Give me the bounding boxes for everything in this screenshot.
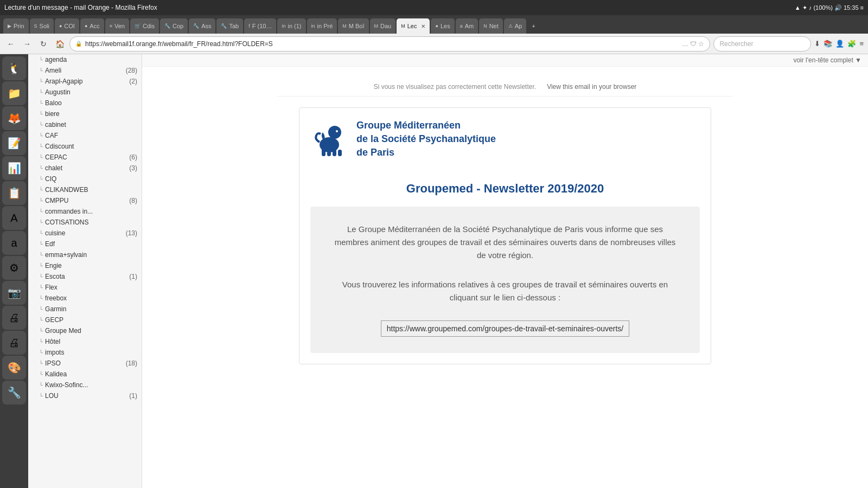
sidebar-item-arapl-agapip[interactable]: └Arapl-Agapip(2) <box>28 76 142 87</box>
sidebar-count: (8) <box>129 197 137 204</box>
sidebar-item-garmin[interactable]: └Garmin <box>28 304 142 314</box>
browser-tab-4[interactable]: ≡Ven <box>105 18 129 34</box>
search-box[interactable]: Rechercher <box>713 36 811 52</box>
browser-tab-1[interactable]: SSoli <box>30 18 54 34</box>
printer-icon[interactable]: 🖨 <box>2 331 26 355</box>
sidebar-item-augustin[interactable]: └Augustin <box>28 87 142 98</box>
reload-button[interactable]: ↻ <box>37 37 50 50</box>
sidebar-label: CLIKANDWEB <box>45 186 88 194</box>
sidebar-item-ipso[interactable]: └IPSO(18) <box>28 358 142 369</box>
sidebar-item-cmppu[interactable]: └CMPPU(8) <box>28 195 142 206</box>
browser-tab-0[interactable]: ▶Prin <box>3 18 29 34</box>
browser-tab-16[interactable]: aAm <box>456 18 478 34</box>
sidebar-label: chalet <box>45 164 62 172</box>
browser-tab-7[interactable]: 🔧Ass <box>189 18 215 34</box>
sidebar-item-chalet[interactable]: └chalet(3) <box>28 163 142 174</box>
new-tab-button[interactable]: + <box>527 18 542 34</box>
sidebar-item-ciq[interactable]: └CIQ <box>28 174 142 184</box>
tab-bar: ▶PrinSSoli●COI●Acc≡Ven🛒Cdis🔧Cop🔧Ass🔧Tabf… <box>0 15 868 34</box>
sidebar-count: (13) <box>126 229 137 237</box>
sidebar-label: Cdiscount <box>45 143 74 150</box>
newsletter-link[interactable]: https://www.groupemed.com/groupes-de-tra… <box>381 320 630 337</box>
libreoffice-writer-icon[interactable]: 📝 <box>2 131 26 155</box>
sidebar-label: Groupe Med <box>45 327 81 335</box>
sidebar-item-h-tel[interactable]: └Hôtel <box>28 336 142 347</box>
sidebar-item-kwixo-sofinc---[interactable]: └Kwixo-Sofinc... <box>28 380 142 390</box>
sidebar-item-cabinet[interactable]: └cabinet <box>28 119 142 130</box>
folder-icon: └ <box>39 306 43 312</box>
sidebar-item-lou[interactable]: └LOU(1) <box>28 390 142 401</box>
browser-tab-11[interactable]: inin Pré <box>307 18 337 34</box>
folder-icon: └ <box>39 317 43 323</box>
browser-tab-15[interactable]: ●Les <box>431 18 454 34</box>
browser-tab-5[interactable]: 🛒Cdis <box>130 18 159 34</box>
back-button[interactable]: ← <box>4 37 17 50</box>
sidebar-item-baloo[interactable]: └Baloo <box>28 98 142 108</box>
sidebar-item-ameli[interactable]: └Ameli(28) <box>28 65 142 76</box>
browser-tab-10[interactable]: inin (1) <box>277 18 305 34</box>
browser-tab-12[interactable]: MM Boî <box>338 18 368 34</box>
libreoffice-calc-icon[interactable]: 📊 <box>2 156 26 180</box>
menu-icon[interactable]: ≡ <box>859 40 864 48</box>
sidebar-item-groupe-med[interactable]: └Groupe Med <box>28 325 142 336</box>
sidebar-label: LOU <box>45 392 59 400</box>
url-text: https://webmail1f.orange.fr/webmail/fr_F… <box>85 40 679 48</box>
download-icon[interactable]: ⬇ <box>814 40 820 48</box>
sidebar-item-gecp[interactable]: └GECP <box>28 314 142 325</box>
browser-tab-18[interactable]: ⚠Ap <box>504 18 526 34</box>
system-icons: ▲ ✦ ♪ (100%) 🔊 15:35 ≡ <box>795 4 864 11</box>
utilities-icon[interactable]: 🔧 <box>2 381 26 404</box>
sidebar-item-flex[interactable]: └Flex <box>28 282 142 293</box>
graphics-icon[interactable]: 🎨 <box>2 356 26 380</box>
sidebar-item-edf[interactable]: └Edf <box>28 239 142 249</box>
folder-icon: └ <box>39 111 43 117</box>
svg-rect-3 <box>327 149 331 156</box>
forward-button[interactable]: → <box>21 37 34 50</box>
bookmarks-icon[interactable]: 📚 <box>824 40 832 48</box>
sidebar-item-impots[interactable]: └impots <box>28 347 142 358</box>
sidebar-item-escota[interactable]: └Escota(1) <box>28 271 142 282</box>
sidebar-label: agenda <box>45 56 67 63</box>
sidebar-item-clikandweb[interactable]: └CLIKANDWEB <box>28 184 142 195</box>
sidebar-item-freebox[interactable]: └freebox <box>28 293 142 304</box>
folder-icon: └ <box>39 220 43 226</box>
camera-icon[interactable]: 📷 <box>2 281 26 305</box>
browser-tab-6[interactable]: 🔧Cop <box>160 18 188 34</box>
address-box[interactable]: 🔒 https://webmail1f.orange.fr/webmail/fr… <box>69 36 710 52</box>
sidebar-item-biere[interactable]: └biere <box>28 108 142 119</box>
settings-icon[interactable]: ⚙ <box>2 256 26 280</box>
sidebar-item-commandes-in---[interactable]: └commandes in... <box>28 206 142 217</box>
logo-line2: de la Société Psychanalytique <box>356 132 496 146</box>
extensions-icon[interactable]: 🧩 <box>847 40 856 48</box>
ubuntu-icon[interactable]: 🐧 <box>2 56 26 80</box>
libreoffice-impress-icon[interactable]: 📋 <box>2 181 26 205</box>
browser-tab-2[interactable]: ●COI <box>55 18 79 34</box>
scanner-icon[interactable]: 🖨 <box>2 306 26 330</box>
sidebar-label: commandes in... <box>45 208 93 215</box>
browser-tab-13[interactable]: MDau <box>370 18 396 34</box>
sidebar-item-emma-sylvain[interactable]: └emma+sylvain <box>28 249 142 260</box>
sidebar-item-cuisine[interactable]: └cuisine(13) <box>28 228 142 239</box>
sidebar-item-cdiscount[interactable]: └Cdiscount <box>28 141 142 152</box>
tab-close-14[interactable]: ✕ <box>421 23 425 29</box>
firefox-icon[interactable]: 🦊 <box>2 106 26 130</box>
mail-sidebar: └agenda└Ameli(28)└Arapl-Agapip(2)└August… <box>28 54 142 488</box>
sidebar-item-engie[interactable]: └Engie <box>28 260 142 271</box>
sidebar-item-cotisations[interactable]: └COTISATIONS <box>28 217 142 228</box>
files-icon[interactable]: 📁 <box>2 81 26 105</box>
browser-tab-14[interactable]: MLec✕ <box>397 18 430 34</box>
home-button[interactable]: 🏠 <box>53 37 66 50</box>
amazon-icon[interactable]: a <box>2 231 26 255</box>
browser-tab-3[interactable]: ●Acc <box>80 18 104 34</box>
sidebar-item-kalidea[interactable]: └Kalidea <box>28 369 142 380</box>
browser-tab-8[interactable]: 🔧Tab <box>216 18 243 34</box>
sidebar-item-agenda[interactable]: └agenda <box>28 54 142 65</box>
sidebar-item-caf[interactable]: └CAF <box>28 130 142 141</box>
view-in-browser-link[interactable]: View this email in your browser <box>547 83 636 91</box>
sync-icon[interactable]: 👤 <box>835 40 844 48</box>
view-header-link[interactable]: voir l'en-tête complet ▼ <box>793 56 861 64</box>
font-manager-icon[interactable]: A <box>2 206 26 230</box>
browser-tab-9[interactable]: fF (10… <box>244 18 276 34</box>
sidebar-item-cepac[interactable]: └CEPAC(6) <box>28 152 142 163</box>
browser-tab-17[interactable]: NNet <box>479 18 503 34</box>
